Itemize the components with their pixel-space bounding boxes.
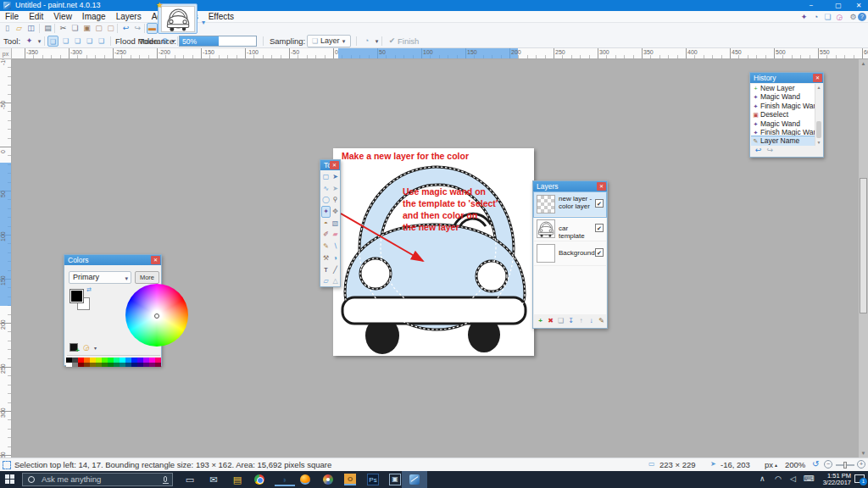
tool-paint-bucket-button[interactable]: ◓ xyxy=(321,218,331,230)
tool-paintbrush-button[interactable]: ✐ xyxy=(321,229,331,241)
scrollbar-thumb[interactable] xyxy=(860,178,867,313)
zoom-slider[interactable] xyxy=(836,464,854,466)
microphone-icon[interactable] xyxy=(164,476,167,482)
menu-layers[interactable]: Layers xyxy=(111,11,147,23)
palette-swatch[interactable] xyxy=(143,363,149,368)
close-icon[interactable]: ✕ xyxy=(330,161,339,169)
tool-shapes-alt-button[interactable]: △ xyxy=(331,275,340,287)
menu-image[interactable]: Image xyxy=(77,11,111,23)
tool-move-selected-pixels-button[interactable]: ➤ xyxy=(331,171,340,183)
move-layer-down-button[interactable]: ↓ xyxy=(587,315,596,326)
task-view-button[interactable]: ▭ xyxy=(180,473,200,486)
history-item[interactable]: +New Layer xyxy=(751,84,816,92)
add-color-icon[interactable] xyxy=(70,343,78,352)
cut-button[interactable]: ✂ xyxy=(58,23,69,34)
paint-app-icon[interactable] xyxy=(323,474,333,485)
selection-mode-xor-button[interactable]: ❏ xyxy=(96,36,107,47)
cortana-search-box[interactable]: Ask me anything xyxy=(22,473,173,486)
delete-layer-button[interactable]: ✖ xyxy=(546,315,555,326)
image-list-caret-icon[interactable]: ▾ xyxy=(202,19,205,26)
history-item[interactable]: ▣Deselect xyxy=(751,110,816,119)
colors-window-toggle-icon[interactable]: ◶ xyxy=(834,12,845,22)
chrome-icon[interactable] xyxy=(254,474,264,485)
tool-ellipse-select-button[interactable]: ◯ xyxy=(321,194,331,206)
layer-visibility-checkbox[interactable] xyxy=(595,248,604,257)
finish-button[interactable]: Finish xyxy=(398,36,419,46)
palette-swatch[interactable] xyxy=(108,363,114,368)
tolerance-slider[interactable]: 50% xyxy=(179,36,257,47)
duplicate-layer-button[interactable]: ❏ xyxy=(556,315,565,326)
taskbar-clock[interactable]: 1:51 PM 3/22/2017 xyxy=(807,473,851,486)
selection-mode-subtract-button[interactable]: ❏ xyxy=(72,36,83,47)
selection-mode-replace-button[interactable]: ❏ xyxy=(47,36,58,47)
zoom-out-icon[interactable]: − xyxy=(824,460,832,469)
tool-zoom-button[interactable]: ⚲ xyxy=(331,194,340,206)
start-button[interactable] xyxy=(5,474,15,485)
file-explorer-icon[interactable]: ▤ xyxy=(227,473,248,486)
deselect-button[interactable]: ▢ xyxy=(105,23,116,34)
tool-lasso-select-button[interactable]: ∿ xyxy=(321,183,331,195)
palette-swatch[interactable] xyxy=(84,363,90,368)
edge-app-icon[interactable]: ◗ xyxy=(275,473,295,486)
rulers-toggle-button[interactable]: ▬ xyxy=(147,23,158,34)
tool-move-selection-button[interactable]: ➤ xyxy=(331,183,340,195)
layer-row-car-template[interactable]: car template xyxy=(534,217,606,241)
palette-swatch[interactable] xyxy=(114,363,120,368)
minimize-button[interactable]: − xyxy=(802,0,821,11)
help-icon[interactable]: ? xyxy=(858,13,866,21)
scroll-up-icon[interactable]: ▲ xyxy=(815,84,822,91)
undo-button[interactable]: ↩ xyxy=(754,145,763,156)
history-item[interactable]: ✦Finish Magic Wand xyxy=(751,102,816,110)
scroll-down-icon[interactable]: ▼ xyxy=(859,449,868,458)
tools-window-toggle-icon[interactable]: ✦ xyxy=(798,12,810,22)
layers-window-toggle-icon[interactable]: ❏ xyxy=(822,12,833,22)
redo-button[interactable]: ↪ xyxy=(132,23,143,34)
open-file-button[interactable]: ▱ xyxy=(14,23,25,34)
palette-swatch[interactable] xyxy=(102,363,108,368)
close-button[interactable]: ✕ xyxy=(849,0,868,11)
menu-effects[interactable]: Effects xyxy=(203,11,239,23)
more-button[interactable]: More >> xyxy=(135,271,159,284)
tool-shapes-button[interactable]: ▱ xyxy=(321,275,331,287)
sampling-dropdown[interactable]: ❏ Layer ▾ xyxy=(307,35,351,47)
unit-dropdown[interactable]: px xyxy=(765,460,773,469)
add-layer-button[interactable]: + xyxy=(536,315,545,326)
redo-button[interactable]: ↪ xyxy=(765,145,775,156)
selection-mode-add-button[interactable]: ❏ xyxy=(60,36,71,47)
drawing-canvas[interactable]: Make a new layer for the color Use magic… xyxy=(333,148,534,356)
move-layer-up-button[interactable]: ↑ xyxy=(576,315,586,326)
firefox-icon[interactable] xyxy=(300,474,310,485)
palette-swatch[interactable] xyxy=(72,363,78,368)
color-mode-dropdown[interactable]: Primary ▾ xyxy=(69,271,131,284)
print-button[interactable]: ▤ xyxy=(42,23,53,34)
palette-swatch[interactable] xyxy=(120,363,125,368)
primary-color-swatch[interactable] xyxy=(70,289,84,303)
close-icon[interactable]: ✕ xyxy=(597,182,606,191)
palette-swatch[interactable] xyxy=(90,363,96,368)
tool-pan-button[interactable]: ✥ xyxy=(331,206,340,218)
tool-eraser-button[interactable]: ▰ xyxy=(331,229,340,241)
palette-swatch[interactable] xyxy=(155,363,161,368)
copy-button[interactable]: ❏ xyxy=(70,23,81,34)
history-item[interactable]: ✦Magic Wand xyxy=(751,92,816,101)
close-icon[interactable]: ✕ xyxy=(813,74,822,82)
tool-line-curve-button[interactable]: ╱ xyxy=(331,264,340,276)
history-scrollbar[interactable]: ▲ ▼ xyxy=(815,84,822,146)
undo-button[interactable]: ↩ xyxy=(120,23,131,34)
zoom-slider-thumb[interactable] xyxy=(843,462,847,469)
tool-gradient-button[interactable]: ▧ xyxy=(331,218,340,230)
selection-mode-intersect-button[interactable]: ❏ xyxy=(84,36,95,47)
photoshop-icon[interactable]: Ps xyxy=(367,474,379,485)
paste-button[interactable]: ▣ xyxy=(81,23,92,34)
history-item[interactable]: ✦Finish Magic Wand xyxy=(751,128,816,136)
zoom-in-icon[interactable]: + xyxy=(857,460,865,469)
unit-caret-icon[interactable]: ▴ xyxy=(775,462,777,468)
wifi-icon[interactable]: ◠ xyxy=(775,474,782,483)
palette-swatch[interactable] xyxy=(66,363,72,368)
palette-menu-icon[interactable]: ◶ xyxy=(83,343,90,352)
layer-row-background[interactable]: Background xyxy=(534,241,606,266)
layer-properties-button[interactable]: ✎ xyxy=(597,315,606,326)
outlook-icon[interactable]: O xyxy=(344,474,356,485)
scroll-up-icon[interactable]: ▲ xyxy=(859,59,868,68)
paintdotnet-taskbar-button[interactable] xyxy=(402,471,427,488)
